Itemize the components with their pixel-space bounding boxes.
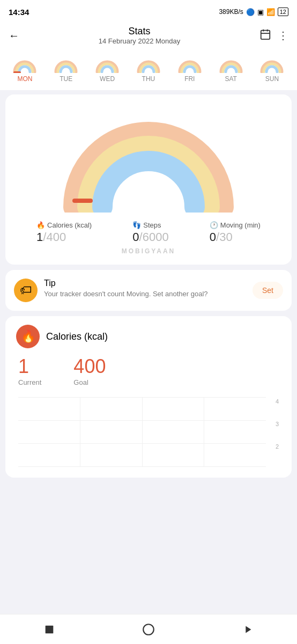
- rainbow-sat: [219, 58, 243, 73]
- big-rainbow-container: [16, 105, 281, 213]
- calories-card-title: Calories (kcal): [46, 331, 108, 342]
- calories-values: 1 Current 400 Goal: [16, 357, 281, 386]
- wifi-signal-icon: 📶: [266, 8, 275, 16]
- rainbow-fri: [177, 58, 202, 73]
- rainbow-wed: [95, 58, 120, 73]
- tip-icon: 🏷: [14, 279, 38, 302]
- day-wed[interactable]: WED: [95, 58, 120, 83]
- calories-icon: 🔥: [36, 221, 45, 229]
- wifi-icon: ▣: [257, 8, 264, 16]
- day-wed-label: WED: [100, 75, 115, 83]
- steps-stat: 👣 Steps 0/6000: [132, 221, 168, 244]
- goal-cal-label: Goal: [73, 378, 106, 386]
- day-sun-label: SUN: [265, 75, 279, 83]
- status-bar: 14:34 389KB/s 🔵 ▣ 📶 12: [0, 0, 297, 21]
- chart-col-3: [143, 397, 205, 467]
- goal-cal-number: 400: [73, 357, 106, 376]
- stats-row: 🔥 Calories (kcal) 1/400 👣 Steps 0/6000 🕐…: [16, 221, 281, 244]
- calories-label: 🔥 Calories (kcal): [36, 221, 92, 229]
- calories-stat: 🔥 Calories (kcal) 1/400: [36, 221, 92, 244]
- rainbow-mon: [12, 58, 37, 73]
- tip-content: Tip Your tracker doesn't count Moving. S…: [44, 279, 208, 299]
- moving-value: 0/30: [210, 230, 233, 244]
- tip-title: Tip: [44, 279, 208, 288]
- header-date: 14 February 2022 Monday: [19, 37, 259, 45]
- battery-icon: 12: [278, 8, 288, 16]
- steps-value: 0/6000: [132, 230, 168, 244]
- y-label-3: 3: [266, 421, 279, 427]
- day-selector: MON TUE WED THU FRI: [0, 52, 297, 90]
- network-speed: 389KB/s: [219, 8, 243, 16]
- svg-point-7: [143, 624, 154, 635]
- calories-card: 🔥 Calories (kcal) 1 Current 400 Goal: [5, 316, 292, 478]
- day-tue-label: TUE: [60, 75, 72, 83]
- day-sat[interactable]: SAT: [219, 58, 243, 83]
- rainbow-tue: [54, 58, 78, 73]
- tip-text: Your tracker doesn't count Moving. Set a…: [44, 289, 208, 299]
- day-tue[interactable]: TUE: [54, 58, 78, 83]
- header-center: Stats 14 February 2022 Monday: [19, 26, 259, 45]
- circle-nav-icon: [142, 623, 155, 636]
- set-button[interactable]: Set: [253, 282, 283, 299]
- nav-back-button[interactable]: [142, 623, 155, 636]
- moving-stat: 🕐 Moving (min) 0/30: [210, 221, 261, 244]
- header: ← Stats 14 February 2022 Monday ⋮: [0, 21, 297, 52]
- chart-y-labels: 4 3 2: [266, 397, 281, 467]
- day-thu-label: THU: [142, 75, 155, 83]
- day-thu[interactable]: THU: [136, 58, 161, 83]
- day-fri[interactable]: FRI: [177, 58, 202, 83]
- triangle-nav-icon: [242, 624, 254, 635]
- calendar-icon[interactable]: [259, 28, 271, 43]
- chart-col-4: [204, 397, 266, 467]
- moving-label: 🕐 Moving (min): [210, 221, 261, 229]
- chart-col-2: [80, 397, 143, 467]
- current-cal-number: 1: [18, 357, 41, 376]
- nav-recent-button[interactable]: [242, 624, 254, 635]
- rainbow-sun: [259, 58, 284, 73]
- svg-rect-5: [72, 199, 93, 203]
- calories-header: 🔥 Calories (kcal): [16, 325, 281, 348]
- goal-cal: 400 Goal: [73, 357, 106, 386]
- back-button[interactable]: ←: [9, 30, 19, 42]
- moving-icon: 🕐: [210, 221, 218, 229]
- calories-card-icon: 🔥: [16, 325, 40, 348]
- y-label-2: 2: [266, 443, 279, 450]
- square-nav-icon: [43, 624, 55, 635]
- svg-rect-6: [45, 625, 53, 633]
- big-rainbow-chart: [63, 105, 234, 213]
- page-title: Stats: [19, 26, 259, 37]
- bluetooth-icon: 🔵: [246, 8, 255, 16]
- steps-label: 👣 Steps: [132, 221, 161, 229]
- svg-rect-0: [261, 30, 270, 39]
- steps-icon: 👣: [132, 221, 141, 229]
- header-actions: ⋮: [259, 28, 288, 43]
- day-sat-label: SAT: [225, 75, 236, 83]
- stats-card: 🔥 Calories (kcal) 1/400 👣 Steps 0/6000 🕐…: [5, 94, 292, 265]
- y-label-4: 4: [266, 398, 279, 405]
- status-right: 389KB/s 🔵 ▣ 📶 12: [219, 8, 288, 16]
- svg-point-4: [123, 191, 174, 213]
- calories-value: 1/400: [36, 230, 66, 244]
- chart-col-1: [18, 397, 80, 467]
- calories-chart: 4 3 2: [18, 397, 281, 467]
- day-mon-label: MON: [17, 75, 32, 83]
- day-sun[interactable]: SUN: [259, 58, 284, 83]
- chart-columns: [18, 397, 266, 467]
- time-display: 14:34: [9, 8, 29, 17]
- current-cal-label: Current: [18, 378, 41, 386]
- nav-home-button[interactable]: [43, 624, 55, 635]
- svg-marker-8: [246, 626, 251, 633]
- bottom-nav: [0, 614, 297, 644]
- watermark: MOBIGYAAN: [16, 244, 281, 256]
- tip-left: 🏷 Tip Your tracker doesn't count Moving.…: [14, 279, 247, 302]
- rainbow-thu: [136, 58, 161, 73]
- day-fri-label: FRI: [184, 75, 195, 83]
- day-mon[interactable]: MON: [12, 58, 37, 83]
- current-cal: 1 Current: [18, 357, 41, 386]
- more-options-icon[interactable]: ⋮: [278, 29, 288, 42]
- tip-card: 🏷 Tip Your tracker doesn't count Moving.…: [5, 270, 292, 311]
